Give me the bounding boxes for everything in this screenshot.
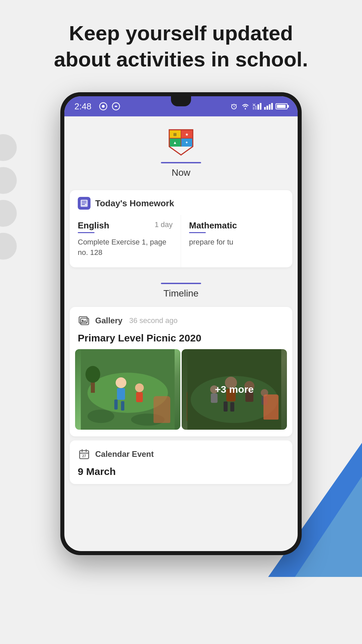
svg-point-28	[135, 383, 144, 392]
phone-wrapper: 2:48	[0, 92, 362, 555]
timeline-tab-label[interactable]: Timeline	[164, 288, 199, 299]
app-content: ⊞ ★ ▲ ✦ Now	[64, 116, 298, 484]
gallery-type: Gallery	[95, 316, 122, 325]
gallery-image-2[interactable]: +3 more	[182, 349, 287, 430]
calendar-event-title: 9 March	[70, 465, 292, 484]
status-time: 2:48	[74, 101, 92, 112]
homework-desc-english: Complete Exercise 1, page no. 128	[78, 237, 173, 258]
gallery-meta: Gallery 36 second ago	[95, 316, 178, 325]
homework-items: English 1 day Complete Exercise 1, page …	[70, 215, 292, 267]
homework-desc-math: prepare for tu	[189, 237, 284, 248]
calendar-card-header: 27 Calendar Event	[70, 440, 292, 465]
timeline-section: Timeline	[64, 273, 298, 304]
whatsapp-icon	[112, 102, 120, 111]
homework-section-title: Today's Homework	[95, 198, 174, 209]
school-logo: ⊞ ★ ▲ ✦	[166, 126, 196, 157]
homework-item-english[interactable]: English 1 day Complete Exercise 1, page …	[70, 215, 181, 267]
now-tab-indicator	[161, 162, 201, 163]
due-days-english: 1 day	[155, 220, 173, 229]
gallery-title: Primary Level Picnic 2020	[70, 330, 292, 349]
svg-text:✦: ✦	[185, 140, 188, 145]
battery-icon	[276, 103, 288, 109]
school-section: ⊞ ★ ▲ ✦ Now	[64, 116, 298, 185]
svg-point-19	[87, 373, 168, 413]
homework-card-header: Today's Homework	[70, 190, 292, 215]
music-icon	[99, 102, 108, 111]
calendar-event-type: Calendar Event	[95, 449, 154, 459]
gallery-images: +3 more	[70, 349, 292, 436]
svg-point-23	[85, 366, 100, 383]
gallery-image-1[interactable]	[75, 349, 180, 430]
svg-rect-26	[114, 399, 118, 410]
more-overlay[interactable]: +3 more	[182, 349, 287, 430]
svg-point-21	[131, 414, 165, 426]
status-icons-right: ✕	[230, 102, 288, 110]
header-line1: Keep yourself updated	[69, 21, 293, 45]
svg-text:⊞: ⊞	[173, 132, 177, 137]
status-bar: 2:48	[64, 96, 298, 116]
subject-underline-math	[189, 232, 206, 233]
book-icon	[78, 197, 90, 210]
gallery-card-header: Gallery 36 second ago	[70, 307, 292, 330]
gallery-icon	[78, 314, 90, 327]
gallery-time: 36 second ago	[129, 316, 177, 325]
alarm-icon	[230, 102, 238, 110]
wifi-icon	[241, 102, 250, 110]
phone-frame: 2:48	[60, 92, 302, 555]
subject-name-math: Mathematic	[189, 220, 237, 231]
calendar-icon: 27	[78, 448, 90, 461]
signal-x-icon: ✕	[253, 103, 261, 110]
timeline-tab-indicator	[161, 283, 201, 284]
header-text: Keep yourself updated about activities i…	[0, 0, 362, 86]
svg-point-24	[116, 377, 126, 388]
homework-item-math[interactable]: Mathematic prepare for tu	[181, 215, 292, 267]
status-icons-left	[99, 102, 120, 111]
svg-rect-27	[121, 401, 124, 411]
homework-subject-math: Mathematic	[189, 220, 284, 233]
svg-text:27: 27	[82, 454, 86, 458]
svg-text:★: ★	[185, 132, 189, 137]
svg-text:▲: ▲	[173, 140, 177, 145]
more-count-text: +3 more	[215, 384, 254, 395]
gallery-card: Gallery 36 second ago Primary Level Picn…	[70, 307, 292, 436]
homework-card: Today's Homework English 1 day	[70, 190, 292, 267]
signal-bars-icon	[264, 103, 273, 110]
notch	[171, 96, 191, 106]
svg-rect-29	[136, 392, 143, 402]
now-tab-label[interactable]: Now	[172, 167, 190, 178]
subject-underline-english	[78, 232, 95, 233]
subject-name-english: English	[78, 220, 109, 231]
svg-rect-25	[117, 388, 125, 400]
homework-subject-english: English 1 day	[78, 220, 173, 233]
svg-point-1	[102, 105, 105, 108]
phone-screen: 2:48	[64, 96, 298, 551]
svg-point-20	[87, 410, 114, 423]
calendar-card: 27 Calendar Event 9 March	[70, 440, 292, 484]
header-line2: about activities in school.	[54, 48, 308, 71]
